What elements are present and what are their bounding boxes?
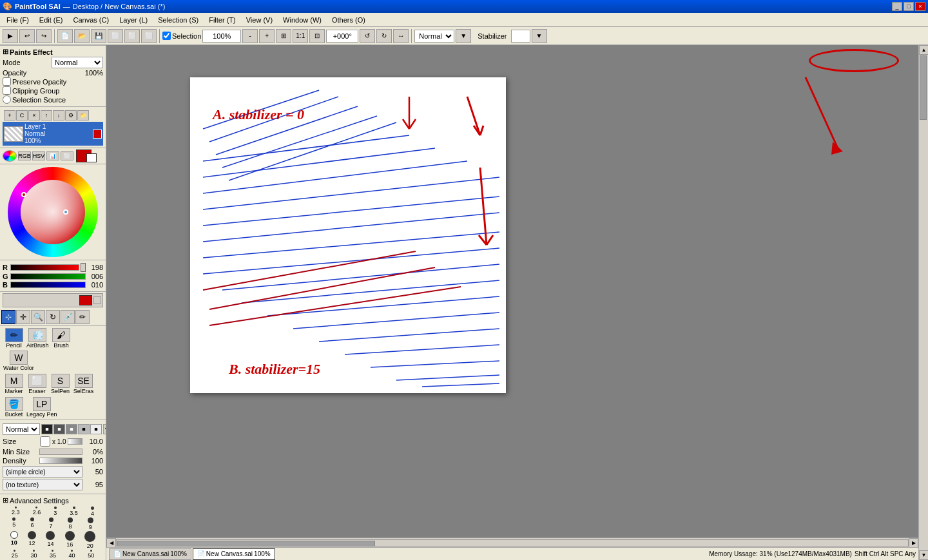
copy-layer-btn[interactable]: C xyxy=(16,110,28,121)
size-dot-5[interactable]: 5 xyxy=(12,517,15,530)
size-dot-25[interactable]: 25 xyxy=(12,550,18,559)
size-dot-2-3[interactable]: 2.3 xyxy=(12,507,20,517)
clipping-group-check[interactable] xyxy=(3,86,11,95)
size-dot-20[interactable]: 20 xyxy=(84,531,95,549)
task-tab-1[interactable]: 📄 New Canvas.sai 100% xyxy=(109,548,191,560)
preserve-opacity-check[interactable] xyxy=(3,77,11,86)
rotate-right-btn[interactable]: ↻ xyxy=(376,29,392,43)
maximize-button[interactable]: □ xyxy=(904,2,914,11)
blendmode-dropdown[interactable]: Normal xyxy=(414,30,454,43)
size-dot-6[interactable]: 6 xyxy=(30,517,34,530)
menu-window[interactable]: Window (W) xyxy=(278,15,327,25)
size-dot-2-6[interactable]: 2.6 xyxy=(33,507,41,517)
menu-layer[interactable]: Layer (L) xyxy=(114,15,153,25)
brush-mode-vlight-btn[interactable]: ■ xyxy=(90,424,102,434)
reset-color-btn[interactable] xyxy=(93,296,101,304)
angle-input[interactable] xyxy=(326,30,358,43)
menu-canvas[interactable]: Canvas (C) xyxy=(68,15,115,25)
menu-selection[interactable]: Selection (S) xyxy=(153,15,204,25)
toolbar-btn-canvas-new[interactable]: 📄 xyxy=(57,29,73,43)
color-wheel[interactable] xyxy=(8,167,98,257)
size-dot-7[interactable]: 7 xyxy=(49,517,53,530)
brush-bucket[interactable]: 🪣 Bucket xyxy=(3,396,25,418)
brush-selpen[interactable]: S SelPen xyxy=(49,373,72,395)
layer-folder-btn[interactable]: 📁 xyxy=(77,110,89,121)
layer-row-1[interactable]: Layer 1 Normal 100% xyxy=(3,122,103,146)
tool-eyedrop[interactable]: 💉 xyxy=(61,310,75,324)
new-layer-btn[interactable]: + xyxy=(4,110,15,121)
vscroll-track[interactable] xyxy=(919,55,928,550)
move-layer-down-btn[interactable]: ↓ xyxy=(53,110,64,121)
size-dot-12[interactable]: 12 xyxy=(28,531,36,549)
size-dot-16[interactable]: 16 xyxy=(65,531,75,549)
hscroll-track[interactable] xyxy=(116,539,909,546)
brush-watercolor[interactable]: W Water Color xyxy=(3,350,35,372)
size-dot-40[interactable]: 40 xyxy=(69,550,75,559)
size-dot-10[interactable]: 10 xyxy=(10,531,18,549)
normal-mode-dropdown[interactable]: Normal xyxy=(3,423,40,435)
toolbar-btn-canvas-open[interactable]: 📂 xyxy=(74,29,90,43)
size-dot-3[interactable]: 3 xyxy=(53,507,57,517)
g-slider[interactable] xyxy=(10,273,86,280)
move-layer-up-btn[interactable]: ↑ xyxy=(41,110,52,121)
canvas-document[interactable]: A. stabilizer = 0 B. stabilizer=15 xyxy=(190,77,506,393)
menu-filter[interactable]: Filter (T) xyxy=(204,15,241,25)
zoom-out-btn[interactable]: - xyxy=(242,29,258,43)
texture-dropdown[interactable]: (no texture) xyxy=(3,479,82,490)
toolbar-btn-6[interactable]: ⬜ xyxy=(141,29,157,43)
menu-edit[interactable]: Edit (E) xyxy=(34,15,68,25)
brush-airbrush[interactable]: 💨 AirBrush xyxy=(26,327,50,349)
toolbar-btn-1[interactable]: ▶ xyxy=(3,29,18,43)
brush-marker[interactable]: M Marker xyxy=(3,373,25,395)
color-mode-hsv-btn[interactable]: HSV xyxy=(32,151,45,160)
zoom-input[interactable] xyxy=(202,30,241,43)
color-picker-inner[interactable] xyxy=(21,180,85,244)
blend-mode-btn[interactable]: ▼ xyxy=(456,29,471,43)
size-dot-35[interactable]: 35 xyxy=(50,550,56,559)
tool-select[interactable]: ⊹ xyxy=(1,310,15,324)
layer-visibility-btn[interactable] xyxy=(93,130,102,139)
rotate-left-btn[interactable]: ↺ xyxy=(360,29,375,43)
b-slider[interactable] xyxy=(10,282,86,288)
tool-zoom[interactable]: 🔍 xyxy=(31,310,45,324)
brush-eraser[interactable]: ⬜ Eraser xyxy=(26,373,48,395)
layer-settings-btn[interactable]: ⚙ xyxy=(65,110,77,121)
size-pressure-check[interactable] xyxy=(39,436,51,447)
brush-mode-dark-btn[interactable]: ■ xyxy=(41,424,53,434)
tool-move[interactable]: ✛ xyxy=(16,310,30,324)
brush-legacypen[interactable]: LP Legacy Pen xyxy=(26,396,58,418)
hscroll-thumb[interactable] xyxy=(117,541,375,546)
flip-h-btn[interactable]: ↔ xyxy=(393,29,409,43)
secondary-color-swatch[interactable] xyxy=(86,153,97,162)
size-dot-3-5[interactable]: 3.5 xyxy=(70,507,78,517)
toolbar-btn-2[interactable]: ↩ xyxy=(19,29,35,43)
size-slider[interactable] xyxy=(68,438,82,445)
zoom-actual-btn[interactable]: ⊡ xyxy=(309,29,325,43)
menu-others[interactable]: Others (O) xyxy=(327,15,371,25)
brush-brush[interactable]: 🖌 Brush xyxy=(50,327,73,349)
menu-view[interactable]: View (V) xyxy=(241,15,278,25)
close-button[interactable]: × xyxy=(915,2,925,11)
zoom-reset-btn[interactable]: 1:1 xyxy=(293,29,308,43)
vscroll-thumb[interactable] xyxy=(920,55,927,120)
size-dot-50[interactable]: 50 xyxy=(88,550,94,559)
mode-dropdown[interactable]: Normal xyxy=(52,57,103,68)
tool-pen[interactable]: ✏ xyxy=(75,310,90,324)
color-mode-wheel-btn[interactable] xyxy=(3,150,17,162)
menu-file[interactable]: File (F) xyxy=(1,15,34,25)
color-mode-rgb-btn[interactable]: RGB xyxy=(18,151,31,160)
size-dot-4[interactable]: 4 xyxy=(91,507,94,517)
brush-mode-mid-btn[interactable]: ■ xyxy=(53,424,65,434)
r-slider[interactable] xyxy=(10,264,79,271)
selection-source-radio[interactable] xyxy=(3,95,11,104)
color-preview-box[interactable] xyxy=(79,295,92,305)
r-thumb[interactable] xyxy=(81,263,86,272)
density-slider[interactable] xyxy=(39,458,82,464)
vscroll-up-btn[interactable]: ▲ xyxy=(919,45,928,55)
brush-seleras[interactable]: SE SelEras xyxy=(72,373,95,395)
zoom-in-btn[interactable]: + xyxy=(259,29,275,43)
task-tab-2[interactable]: 📄 New Canvas.sai 100% xyxy=(193,548,275,560)
size-dot-8[interactable]: 8 xyxy=(68,517,73,530)
color-mode-swatch-btn[interactable]: ⬜ xyxy=(61,151,73,160)
selection-checkbox[interactable] xyxy=(162,32,171,40)
